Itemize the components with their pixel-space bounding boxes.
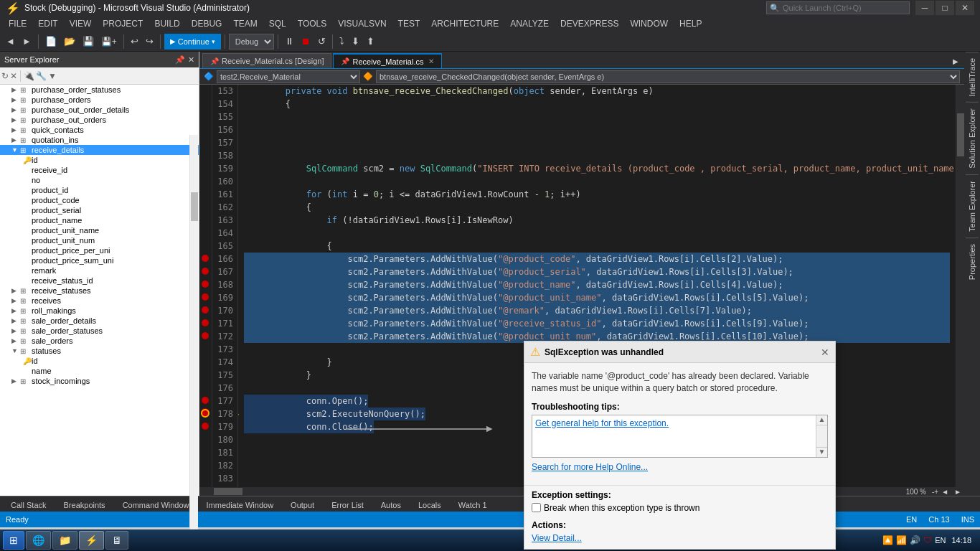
properties-tab[interactable]: Properties bbox=[966, 237, 979, 286]
menu-build[interactable]: BUILD bbox=[149, 16, 185, 32]
tree-item-rd-id[interactable]: 🔑 id bbox=[0, 155, 199, 165]
stop-button[interactable]: ⏹ bbox=[298, 33, 314, 50]
undo-button[interactable]: ↩ bbox=[128, 33, 141, 50]
menu-view[interactable]: VIEW bbox=[64, 16, 98, 32]
tree-item-sale-order-statuses[interactable]: ▶ ⊞ sale_order_statuses bbox=[0, 326, 199, 336]
tray-volume-icon[interactable]: 🔊 bbox=[910, 535, 920, 545]
open-button[interactable]: 📂 bbox=[61, 33, 78, 50]
tree-item-statuses-name[interactable]: name bbox=[0, 366, 199, 376]
se-filter-button[interactable]: ▼ bbox=[48, 71, 57, 81]
tree-item-sale-orders[interactable]: ▶ ⊞ sale_orders bbox=[0, 336, 199, 346]
new-file-button[interactable]: 📄 bbox=[42, 33, 60, 50]
tab-close-icon[interactable]: ✕ bbox=[428, 57, 434, 65]
tab-immediate-window[interactable]: Immediate Window bbox=[199, 497, 282, 512]
tab-error-list[interactable]: Error List bbox=[324, 497, 372, 512]
tree-item-rd-price-sum-unit[interactable]: product_price_sum_uni bbox=[0, 255, 199, 265]
tab-scroll-arrow[interactable]: ▶ bbox=[950, 55, 961, 68]
nav-left-icon[interactable]: ◄ bbox=[938, 488, 951, 496]
menu-visualsvn[interactable]: VISUALSVN bbox=[332, 16, 392, 32]
exception-close-button[interactable]: ✕ bbox=[821, 347, 829, 358]
tray-language[interactable]: EN bbox=[935, 536, 946, 545]
step-out-button[interactable]: ⬆ bbox=[364, 33, 377, 50]
forward-button[interactable]: ► bbox=[19, 33, 34, 50]
close-panel-icon[interactable]: ✕ bbox=[188, 55, 194, 65]
tree-item-purchase-order-statuses[interactable]: ▶ ⊞ purchase_order_statuses bbox=[0, 85, 199, 95]
tree-item-rd-product-unit-num[interactable]: product_unit_num bbox=[0, 235, 199, 245]
tray-security-icon[interactable]: 🛡 bbox=[923, 535, 932, 545]
menu-help[interactable]: HELP bbox=[674, 16, 707, 32]
back-button[interactable]: ◄ bbox=[3, 33, 18, 50]
continue-button[interactable]: ▶ Continue ▾ bbox=[164, 34, 221, 50]
se-properties-button[interactable]: 🔧 bbox=[36, 71, 47, 81]
tab-autos[interactable]: Autos bbox=[373, 497, 409, 512]
menu-sql[interactable]: SQL bbox=[263, 16, 292, 32]
tree-item-rd-price-per-unit[interactable]: product_price_per_uni bbox=[0, 245, 199, 255]
intellitrace-tab[interactable]: IntelliTrace bbox=[966, 52, 979, 102]
save-button[interactable]: 💾 bbox=[80, 33, 97, 50]
view-detail-link[interactable]: View Detail... bbox=[532, 533, 582, 543]
tree-item-statuses-id[interactable]: 🔑 id bbox=[0, 356, 199, 366]
tray-network-icon[interactable]: 📶 bbox=[896, 535, 907, 545]
tree-item-purchase-orders[interactable]: ▶ ⊞ purchase_orders bbox=[0, 95, 199, 105]
menu-architecture[interactable]: ARCHITECTURE bbox=[425, 16, 504, 32]
tab-breakpoints[interactable]: Breakpoints bbox=[56, 497, 113, 512]
solution-explorer-tab[interactable]: Solution Explorer bbox=[966, 102, 979, 174]
tree-item-rd-product-id[interactable]: product_id bbox=[0, 185, 199, 195]
nav-right-icon[interactable]: ► bbox=[951, 488, 964, 496]
redo-button[interactable]: ↪ bbox=[143, 33, 156, 50]
tree-item-receive-details[interactable]: ▼ ⊞ receive_details bbox=[0, 145, 199, 155]
tree-item-rd-product-serial[interactable]: product_serial bbox=[0, 205, 199, 215]
se-refresh-button[interactable]: ↻ bbox=[1, 71, 9, 81]
restart-button[interactable]: ↺ bbox=[315, 33, 329, 50]
menu-team[interactable]: TEAM bbox=[227, 16, 263, 32]
tab-watch1[interactable]: Watch 1 bbox=[451, 497, 495, 512]
tab-command-window[interactable]: Command Window bbox=[115, 497, 197, 512]
menu-analyze[interactable]: ANALYZE bbox=[504, 16, 555, 32]
taskbar-app4[interactable]: 🖥 bbox=[105, 531, 128, 550]
step-over-button[interactable]: ⤵ bbox=[336, 33, 347, 50]
editor-vertical-scrollbar[interactable] bbox=[956, 85, 964, 487]
menu-window[interactable]: WINDOW bbox=[624, 16, 674, 32]
quick-launch[interactable]: 🔍 Quick Launch (Ctrl+Q) bbox=[766, 1, 910, 14]
tip-link[interactable]: Get general help for this exception. bbox=[535, 418, 669, 428]
team-explorer-tab[interactable]: Team Explorer bbox=[966, 174, 979, 237]
class-select[interactable]: test2.Receive_Material bbox=[217, 70, 360, 83]
step-into-button[interactable]: ⬇ bbox=[349, 33, 362, 50]
search-link[interactable]: Search for more Help Online... bbox=[532, 462, 828, 472]
se-scrollbar[interactable] bbox=[189, 135, 198, 533]
tree-item-purchase-out-orders[interactable]: ▶ ⊞ purchase_out_orders bbox=[0, 115, 199, 125]
tab-call-stack[interactable]: Call Stack bbox=[3, 497, 55, 512]
start-button[interactable]: ⊞ bbox=[3, 531, 24, 550]
tray-icon-1[interactable]: 🔼 bbox=[882, 535, 893, 545]
tree-item-rd-remark[interactable]: remark bbox=[0, 265, 199, 276]
tree-item-rd-product-code[interactable]: product_code bbox=[0, 195, 199, 205]
menu-file[interactable]: FILE bbox=[3, 16, 32, 32]
se-connect-button[interactable]: 🔌 bbox=[24, 71, 34, 81]
tree-item-rd-no[interactable]: no bbox=[0, 175, 199, 185]
tree-item-sale-order-details[interactable]: ▶ ⊞ sale_order_details bbox=[0, 316, 199, 326]
tree-item-quotation-ins[interactable]: ▶ ⊞ quotation_ins bbox=[0, 135, 199, 145]
se-stop-button[interactable]: ✕ bbox=[10, 71, 17, 81]
save-all-button[interactable]: 💾+ bbox=[98, 33, 120, 50]
tree-item-stock-incomings[interactable]: ▶ ⊞ stock_incomings bbox=[0, 376, 199, 386]
tree-item-rd-receive-status-id[interactable]: receive_status_id bbox=[0, 276, 199, 286]
menu-project[interactable]: PROJECT bbox=[97, 16, 149, 32]
tree-item-receives[interactable]: ▶ ⊞ receives bbox=[0, 296, 199, 306]
menu-tools[interactable]: TOOLS bbox=[292, 16, 332, 32]
debug-config-select[interactable]: Debug bbox=[229, 34, 274, 50]
break-checkbox-label[interactable]: Break when this exception type is thrown bbox=[532, 503, 828, 513]
close-button[interactable]: ✕ bbox=[956, 1, 974, 15]
tree-item-purchase-out-order-details[interactable]: ▶ ⊞ purchase_out_order_details bbox=[0, 105, 199, 115]
tab-output[interactable]: Output bbox=[283, 497, 322, 512]
tree-item-receive-statuses[interactable]: ▶ ⊞ receive_statuses bbox=[0, 286, 199, 296]
tab-design[interactable]: 📌 Receive_Material.cs [Design] bbox=[202, 53, 331, 68]
restore-button[interactable]: □ bbox=[936, 1, 954, 15]
menu-test[interactable]: TEST bbox=[392, 16, 426, 32]
menu-devexpress[interactable]: DEVEXPRESS bbox=[555, 16, 624, 32]
pause-button[interactable]: ⏸ bbox=[282, 33, 297, 50]
taskbar-ie[interactable]: 🌐 bbox=[26, 531, 51, 550]
break-checkbox[interactable] bbox=[532, 503, 541, 512]
menu-debug[interactable]: DEBUG bbox=[186, 16, 228, 32]
tree-item-rd-product-name[interactable]: product_name bbox=[0, 215, 199, 225]
tab-locals[interactable]: Locals bbox=[410, 497, 449, 512]
